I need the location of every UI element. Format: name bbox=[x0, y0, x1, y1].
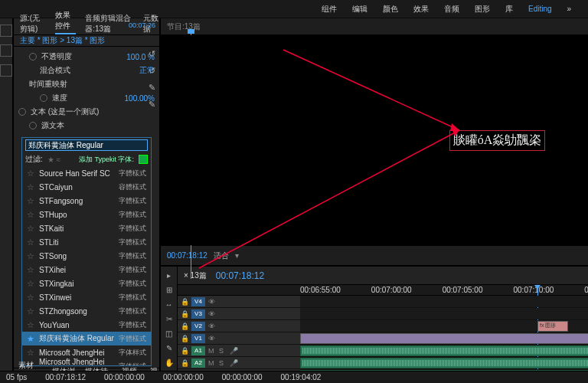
tab-effect-controls[interactable]: 效果控件 bbox=[55, 10, 76, 34]
program-timecode[interactable]: 00:07:18:12 bbox=[167, 251, 207, 260]
typekit-icon[interactable] bbox=[139, 155, 148, 164]
font-name-input[interactable] bbox=[25, 139, 148, 151]
favorite-star-icon[interactable]: ☆ bbox=[27, 169, 34, 178]
favorite-star-icon[interactable]: ☆ bbox=[27, 320, 34, 330]
lock-icon[interactable]: 🔒 bbox=[181, 359, 188, 367]
font-item[interactable]: ☆STZhongsong字體樣式 bbox=[22, 304, 151, 318]
font-item[interactable]: ☆STHupo字體樣式 bbox=[22, 208, 151, 221]
favorite-star-icon[interactable]: ☆ bbox=[27, 210, 34, 220]
font-item[interactable]: ☆YouYuan字體樣式 bbox=[22, 318, 151, 332]
audio-track[interactable]: 🔒A1MS🎤 bbox=[178, 345, 588, 357]
menu-item[interactable]: 组件 bbox=[322, 4, 337, 15]
sequence-tab[interactable]: × 13篇 bbox=[184, 270, 207, 281]
eyedropper-icon[interactable]: ✎ bbox=[146, 83, 157, 93]
font-item[interactable]: ★郑庆科黄油体 Regular字體樣式 bbox=[22, 332, 151, 345]
zoom-fit[interactable]: 适合 bbox=[214, 250, 229, 261]
font-name: Microsoft JhengHei bbox=[39, 349, 114, 357]
menu-item[interactable]: 编辑 bbox=[352, 4, 368, 15]
favorite-star-icon[interactable]: ★ bbox=[27, 334, 34, 344]
menu-item[interactable]: 颜色 bbox=[383, 4, 398, 15]
font-item[interactable]: ☆STFangsong字體樣式 bbox=[22, 194, 151, 208]
program-monitor[interactable]: 賧矔óA焱鳨飁栥 bbox=[161, 35, 588, 245]
eye-icon[interactable]: 👁 bbox=[208, 310, 216, 318]
menu-item[interactable]: 音频 bbox=[444, 4, 459, 15]
mic-icon[interactable]: 🎤 bbox=[230, 359, 237, 367]
tab-audio-mixer[interactable]: 音频剪辑混合器:13篇 bbox=[85, 13, 134, 34]
video-clip[interactable] bbox=[300, 333, 588, 344]
program-panel-tab[interactable]: 节目:13篇 bbox=[161, 18, 588, 35]
favorite-star-icon[interactable]: ☆ bbox=[27, 306, 34, 316]
track-label[interactable]: V1 bbox=[191, 334, 205, 343]
font-item[interactable]: ☆STSong字體樣式 bbox=[22, 249, 151, 263]
fx-toggle-icon[interactable] bbox=[18, 108, 26, 116]
favorite-star-icon[interactable]: ☆ bbox=[27, 251, 34, 261]
menu-more[interactable]: » bbox=[567, 5, 572, 13]
razor-tool[interactable]: ✂ bbox=[164, 315, 175, 325]
favorite-star-icon[interactable]: ☆ bbox=[27, 224, 34, 234]
reset-icon[interactable]: ↺ bbox=[146, 66, 157, 77]
timeline-timecode[interactable]: 00:07:18:12 bbox=[216, 270, 264, 281]
favorite-star-icon[interactable]: ☆ bbox=[27, 293, 34, 303]
audio-clip[interactable] bbox=[300, 345, 588, 356]
menu-item[interactable]: 库 bbox=[505, 4, 513, 15]
eye-icon[interactable]: 👁 bbox=[208, 335, 216, 342]
lock-icon[interactable]: 🔒 bbox=[181, 298, 188, 306]
tool-icon[interactable] bbox=[0, 44, 12, 57]
stopwatch-icon[interactable] bbox=[29, 122, 37, 129]
lock-icon[interactable]: 🔒 bbox=[181, 335, 188, 342]
font-item[interactable]: ☆STKaiti字體樣式 bbox=[22, 221, 151, 235]
font-item[interactable]: ☆STXihei字體樣式 bbox=[22, 263, 151, 277]
reset-icon[interactable]: ↺ bbox=[146, 49, 157, 60]
track-label[interactable]: V4 bbox=[191, 297, 205, 306]
workspace-editing[interactable]: Editing bbox=[528, 5, 552, 13]
favorite-star-icon[interactable]: ☆ bbox=[27, 182, 34, 192]
graphics-clip[interactable]: fx 图形 bbox=[537, 321, 568, 332]
track-label[interactable]: A2 bbox=[191, 358, 205, 368]
selection-tool[interactable]: ▸ bbox=[164, 271, 175, 281]
ripple-tool[interactable]: ↔ bbox=[164, 300, 175, 310]
slip-tool[interactable]: ◫ bbox=[164, 329, 175, 339]
pen-tool[interactable]: ✎ bbox=[164, 344, 175, 354]
lock-icon[interactable]: 🔒 bbox=[181, 347, 188, 355]
menu-item[interactable]: 效果 bbox=[413, 4, 429, 15]
eye-icon[interactable]: 👁 bbox=[208, 298, 216, 306]
eye-icon[interactable]: 👁 bbox=[208, 322, 216, 330]
favorite-star-icon[interactable]: ☆ bbox=[27, 265, 34, 275]
favorite-star-icon[interactable]: ☆ bbox=[27, 279, 34, 289]
tool-icon[interactable] bbox=[0, 25, 12, 37]
stopwatch-icon[interactable] bbox=[29, 53, 37, 61]
video-track[interactable]: 🔒V3👁 bbox=[178, 308, 588, 320]
audio-track[interactable]: 🔒A2MS🎤 bbox=[178, 357, 588, 369]
menu-item[interactable]: 图形 bbox=[475, 4, 490, 15]
font-name: STXihei bbox=[39, 266, 114, 274]
font-item[interactable]: ☆STXingkai字體樣式 bbox=[22, 277, 151, 290]
track-select-tool[interactable]: ⊞ bbox=[164, 286, 175, 296]
font-item[interactable]: ☆STXinwei字體樣式 bbox=[22, 290, 151, 304]
favorite-star-icon[interactable]: ☆ bbox=[27, 237, 34, 247]
lock-icon[interactable]: 🔒 bbox=[181, 310, 188, 318]
stopwatch-icon[interactable] bbox=[40, 94, 47, 102]
font-item[interactable]: ☆STLiti字體樣式 bbox=[22, 235, 151, 249]
hand-tool[interactable]: ✋ bbox=[164, 358, 175, 368]
eyedropper-icon[interactable]: ✎ bbox=[146, 100, 157, 110]
text-bounding-box[interactable]: 賧矔óA焱鳨飁栥 bbox=[449, 130, 546, 151]
favorite-star-icon[interactable]: ☆ bbox=[27, 348, 34, 358]
mic-icon[interactable]: 🎤 bbox=[230, 347, 237, 355]
tab-source[interactable]: 源:(无剪辑) bbox=[20, 13, 46, 34]
track-label[interactable]: V3 bbox=[191, 309, 205, 319]
track-label[interactable]: A1 bbox=[191, 346, 205, 355]
tool-icon[interactable] bbox=[0, 64, 12, 77]
favorite-star-icon[interactable]: ☆ bbox=[27, 196, 34, 206]
font-item[interactable]: ☆STCaiyun容體樣式 bbox=[22, 180, 151, 194]
time-ruler[interactable]: 00:06:55:0000:07:00:0000:07:05:0000:07:1… bbox=[178, 285, 588, 296]
video-track[interactable]: 🔒V2👁fx 图形 bbox=[178, 320, 588, 332]
lock-icon[interactable]: 🔒 bbox=[181, 322, 188, 330]
audio-clip[interactable] bbox=[300, 358, 588, 368]
font-sample: 字體樣式 bbox=[119, 320, 146, 330]
video-track[interactable]: 🔒V4👁 bbox=[178, 296, 588, 308]
font-list[interactable]: ☆Source Han Serif SC字體樣式☆STCaiyun容體樣式☆ST… bbox=[22, 166, 151, 365]
track-label[interactable]: V2 bbox=[191, 322, 205, 331]
font-item[interactable]: ☆Source Han Serif SC字體樣式 bbox=[22, 166, 151, 180]
tracks-area: 🔒V4👁🔒V3👁🔒V2👁fx 图形🔒V1👁🔒A1MS🎤🔒A2MS🎤🔒A3MS🎤 bbox=[178, 296, 588, 383]
video-track[interactable]: 🔒V1👁 bbox=[178, 332, 588, 345]
